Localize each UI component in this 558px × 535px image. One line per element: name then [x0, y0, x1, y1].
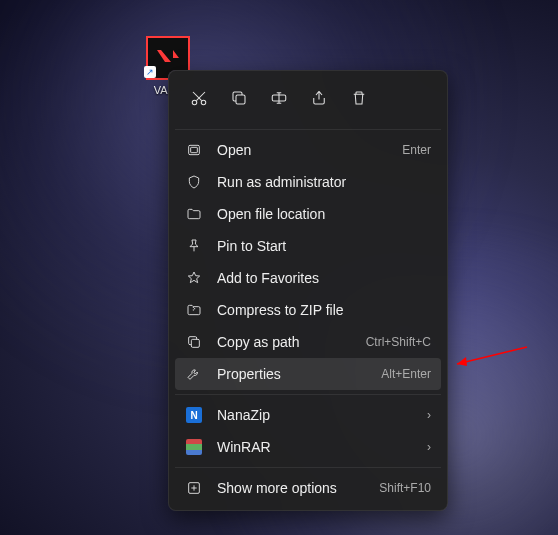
shield-icon [185, 173, 203, 191]
share-icon [310, 89, 328, 107]
chevron-right-icon: › [427, 440, 431, 454]
shortcut-overlay-icon [144, 66, 156, 78]
menu-label: Add to Favorites [217, 270, 431, 286]
menu-item-properties[interactable]: Properties Alt+Enter [175, 358, 441, 390]
svg-rect-5 [191, 147, 198, 152]
menu-item-compress-zip[interactable]: Compress to ZIP file [175, 294, 441, 326]
svg-rect-2 [236, 95, 245, 104]
star-icon [185, 269, 203, 287]
rename-icon [270, 89, 288, 107]
svg-point-1 [201, 100, 206, 105]
copy-button[interactable] [221, 81, 257, 115]
menu-item-add-favorites[interactable]: Add to Favorites [175, 262, 441, 294]
menu-item-pin-start[interactable]: Pin to Start [175, 230, 441, 262]
menu-item-nanazip[interactable]: N NanaZip › [175, 399, 441, 431]
copy-path-icon [185, 333, 203, 351]
separator [175, 394, 441, 395]
context-toolbar [175, 77, 441, 125]
menu-label: WinRAR [217, 439, 413, 455]
menu-label: Pin to Start [217, 238, 431, 254]
share-button[interactable] [301, 81, 337, 115]
menu-label: Copy as path [217, 334, 352, 350]
menu-shortcut: Enter [402, 143, 431, 157]
separator [175, 129, 441, 130]
cut-button[interactable] [181, 81, 217, 115]
menu-item-show-more[interactable]: Show more options Shift+F10 [175, 472, 441, 504]
menu-item-winrar[interactable]: WinRAR › [175, 431, 441, 463]
winrar-icon [185, 438, 203, 456]
context-menu: Open Enter Run as administrator Open fil… [168, 70, 448, 511]
folder-icon [185, 205, 203, 223]
nanazip-icon: N [185, 406, 203, 424]
delete-button[interactable] [341, 81, 377, 115]
zip-icon [185, 301, 203, 319]
chevron-right-icon: › [427, 408, 431, 422]
wrench-icon [185, 365, 203, 383]
more-icon [185, 479, 203, 497]
delete-icon [350, 89, 368, 107]
menu-label: Properties [217, 366, 367, 382]
svg-rect-6 [191, 339, 199, 347]
separator [175, 467, 441, 468]
copy-icon [230, 89, 248, 107]
menu-shortcut: Alt+Enter [381, 367, 431, 381]
rename-button[interactable] [261, 81, 297, 115]
menu-shortcut: Ctrl+Shift+C [366, 335, 431, 349]
menu-label: Run as administrator [217, 174, 431, 190]
menu-label: Compress to ZIP file [217, 302, 431, 318]
menu-label: Open file location [217, 206, 431, 222]
menu-label: Show more options [217, 480, 365, 496]
menu-item-open-location[interactable]: Open file location [175, 198, 441, 230]
menu-item-run-admin[interactable]: Run as administrator [175, 166, 441, 198]
menu-shortcut: Shift+F10 [379, 481, 431, 495]
menu-item-copy-path[interactable]: Copy as path Ctrl+Shift+C [175, 326, 441, 358]
open-icon [185, 141, 203, 159]
pin-icon [185, 237, 203, 255]
menu-label: Open [217, 142, 388, 158]
menu-item-open[interactable]: Open Enter [175, 134, 441, 166]
svg-point-0 [192, 100, 197, 105]
cut-icon [190, 89, 208, 107]
menu-label: NanaZip [217, 407, 413, 423]
